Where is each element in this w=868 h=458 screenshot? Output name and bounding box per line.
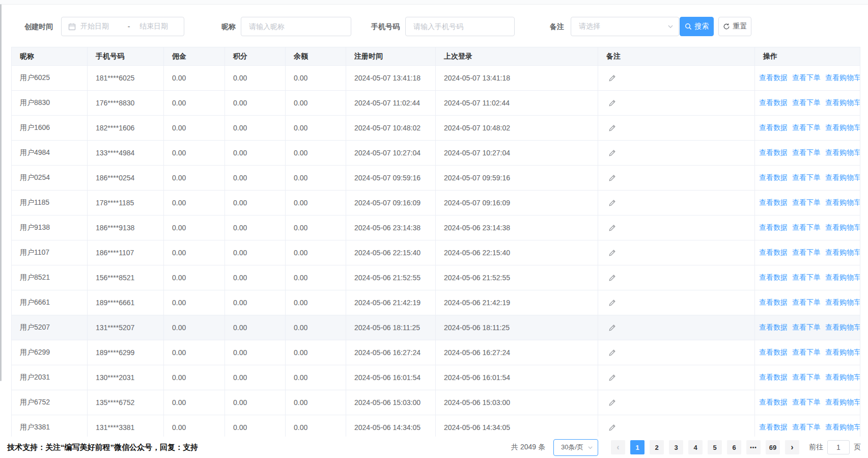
pager-page-5[interactable]: 5: [708, 440, 722, 454]
nickname-input[interactable]: [241, 17, 351, 36]
pager-page-6[interactable]: 6: [727, 440, 741, 454]
page-size-select[interactable]: 30条/页: [553, 439, 598, 456]
action-link[interactable]: 查看数据: [759, 98, 788, 107]
edit-pencil-icon[interactable]: [608, 74, 616, 82]
left-scrollbar[interactable]: [0, 4, 2, 381]
action-link[interactable]: 查看下单: [792, 398, 821, 407]
goto-page-input[interactable]: [827, 440, 850, 454]
cell-last-login: 2024-05-06 23:14:38: [436, 215, 598, 240]
cell-remark: [598, 116, 755, 141]
edit-pencil-icon[interactable]: [608, 249, 616, 257]
action-link[interactable]: 查看下单: [792, 98, 821, 107]
action-link[interactable]: 查看下单: [792, 173, 821, 182]
phone-input[interactable]: [405, 17, 515, 36]
cell-nickname: 用户1185: [12, 191, 88, 215]
column-header-8: 操作: [755, 47, 860, 66]
cell-points: 0.00: [225, 365, 286, 390]
cell-remark: [598, 215, 755, 240]
search-button[interactable]: 搜索: [680, 17, 714, 36]
edit-pencil-icon[interactable]: [608, 374, 616, 382]
action-link[interactable]: 查看数据: [759, 373, 788, 382]
edit-pencil-icon[interactable]: [608, 99, 616, 107]
action-link[interactable]: 查看下单: [792, 373, 821, 382]
cell-commission: 0.00: [164, 340, 225, 365]
edit-pencil-icon[interactable]: [608, 399, 616, 407]
action-link[interactable]: 查看数据: [759, 73, 788, 83]
action-link[interactable]: 查看数据: [759, 223, 788, 232]
action-link[interactable]: 查看购物车: [825, 373, 860, 382]
pager-next-button[interactable]: ›: [785, 440, 799, 454]
action-link[interactable]: 查看购物车: [825, 223, 860, 232]
pager-page-2[interactable]: 2: [650, 440, 664, 454]
reset-button[interactable]: 重置: [718, 17, 751, 36]
cell-remark: [598, 91, 755, 116]
action-link[interactable]: 查看数据: [759, 323, 788, 332]
action-link[interactable]: 查看下单: [792, 248, 821, 257]
edit-pencil-icon[interactable]: [608, 174, 616, 182]
action-link[interactable]: 查看下单: [792, 223, 821, 232]
action-link[interactable]: 查看购物车: [825, 398, 860, 407]
pager-prev-button[interactable]: ‹: [611, 440, 625, 454]
action-link[interactable]: 查看数据: [759, 198, 788, 207]
cell-remark: [598, 66, 755, 91]
pager-more-button[interactable]: •••: [746, 440, 761, 454]
pager-page-4[interactable]: 4: [688, 440, 703, 454]
cell-points: 0.00: [225, 191, 286, 215]
action-link[interactable]: 查看购物车: [825, 423, 860, 432]
action-link[interactable]: 查看购物车: [825, 348, 860, 357]
edit-pencil-icon[interactable]: [608, 124, 616, 132]
cell-remark: [598, 390, 755, 415]
action-link[interactable]: 查看购物车: [825, 98, 860, 107]
edit-pencil-icon[interactable]: [608, 299, 616, 307]
action-link[interactable]: 查看下单: [792, 198, 821, 207]
cell-phone: 189****6299: [88, 340, 164, 365]
action-link[interactable]: 查看下单: [792, 73, 821, 83]
action-link[interactable]: 查看下单: [792, 273, 821, 282]
action-link[interactable]: 查看数据: [759, 123, 788, 132]
action-link[interactable]: 查看下单: [792, 423, 821, 432]
action-link[interactable]: 查看数据: [759, 298, 788, 307]
cell-last-login: 2024-05-07 09:59:16: [436, 166, 598, 191]
action-link[interactable]: 查看购物车: [825, 248, 860, 257]
edit-pencil-icon[interactable]: [608, 199, 616, 207]
date-range-picker[interactable]: 开始日期 - 结束日期: [61, 17, 184, 36]
action-link[interactable]: 查看数据: [759, 273, 788, 282]
pager-numbers: 123456•••69: [628, 440, 782, 454]
action-link[interactable]: 查看数据: [759, 398, 788, 407]
cell-register-time: 2024-05-07 11:02:44: [346, 91, 436, 116]
cell-balance: 0.00: [286, 340, 346, 365]
action-link[interactable]: 查看购物车: [825, 323, 860, 332]
cell-register-time: 2024-05-06 22:15:40: [346, 240, 436, 265]
cell-commission: 0.00: [164, 390, 225, 415]
action-link[interactable]: 查看下单: [792, 123, 821, 132]
action-link[interactable]: 查看购物车: [825, 273, 860, 282]
action-link[interactable]: 查看购物车: [825, 298, 860, 307]
row-actions: 查看数据查看下单查看购物车: [755, 315, 860, 340]
action-link[interactable]: 查看购物车: [825, 123, 860, 132]
remark-select[interactable]: 请选择: [571, 17, 679, 36]
edit-pencil-icon[interactable]: [608, 324, 616, 332]
edit-pencil-icon[interactable]: [608, 424, 616, 432]
action-link[interactable]: 查看下单: [792, 348, 821, 357]
action-link[interactable]: 查看数据: [759, 423, 788, 432]
remark-label: 备注: [550, 17, 564, 36]
pager-page-1[interactable]: 1: [630, 440, 645, 454]
action-link[interactable]: 查看购物车: [825, 173, 860, 182]
pager-page-3[interactable]: 3: [669, 440, 683, 454]
support-text: 技术支持：关注“编写美好前程”微信公众号，回复：支持: [7, 443, 198, 452]
action-link[interactable]: 查看购物车: [825, 198, 860, 207]
edit-pencil-icon[interactable]: [608, 149, 616, 157]
edit-pencil-icon[interactable]: [608, 224, 616, 232]
edit-pencil-icon[interactable]: [608, 274, 616, 282]
action-link[interactable]: 查看购物车: [825, 73, 860, 83]
action-link[interactable]: 查看下单: [792, 148, 821, 157]
edit-pencil-icon[interactable]: [608, 349, 616, 357]
action-link[interactable]: 查看下单: [792, 298, 821, 307]
action-link[interactable]: 查看数据: [759, 348, 788, 357]
action-link[interactable]: 查看数据: [759, 173, 788, 182]
action-link[interactable]: 查看数据: [759, 148, 788, 157]
action-link[interactable]: 查看购物车: [825, 148, 860, 157]
action-link[interactable]: 查看数据: [759, 248, 788, 257]
pager-page-69[interactable]: 69: [766, 440, 780, 454]
action-link[interactable]: 查看下单: [792, 323, 821, 332]
